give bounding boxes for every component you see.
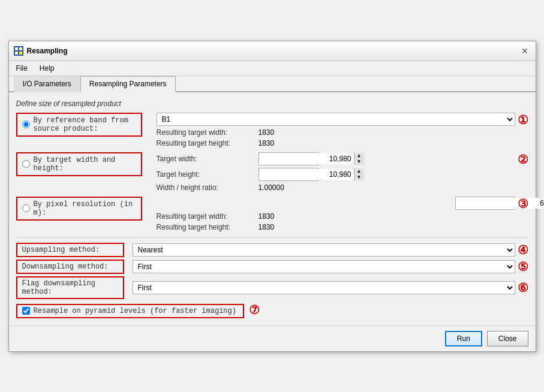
annotation-3: ③: [518, 197, 528, 211]
target-width-down[interactable]: ▼: [354, 159, 364, 165]
option3-radio-box: By pixel resolution (in m):: [16, 197, 142, 221]
opt3-result-width-value: 1830: [259, 212, 275, 221]
option3-right: ▲ ▼ Resulting target width: 1830 Resulti…: [148, 197, 515, 234]
option2-row: By target width and height: Target width…: [16, 152, 528, 194]
upsampling-select[interactable]: Nearest: [133, 243, 515, 257]
run-button[interactable]: Run: [445, 331, 482, 346]
downsampling-select-wrap: First: [124, 260, 515, 273]
menu-bar: File Help: [9, 61, 536, 76]
svg-rect-4: [19, 52, 22, 55]
opt3-result-width-label: Resulting target width:: [157, 212, 259, 221]
annotation-5: ⑤: [518, 260, 528, 274]
title-bar-left: Resampling: [14, 46, 68, 56]
target-height-spinbox-btns: ▲ ▼: [354, 168, 364, 180]
divider: [16, 237, 528, 238]
target-height-row: Target height: ▲ ▼: [157, 168, 515, 181]
section-label: Define size of resampled product: [16, 99, 528, 108]
svg-rect-3: [15, 52, 18, 55]
pyramid-checkbox[interactable]: [22, 307, 30, 315]
tab-io[interactable]: I/O Parameters: [14, 76, 80, 92]
target-height-up[interactable]: ▲: [354, 168, 364, 174]
resolution-row: ▲ ▼: [157, 197, 515, 210]
result-height-row: Resulting target height: 1830: [157, 139, 515, 147]
band-select[interactable]: B1: [157, 113, 515, 126]
target-height-spinbox: ▲ ▼: [259, 168, 318, 181]
upsampling-select-wrap: Nearest: [124, 243, 515, 257]
opt3-result-height-label: Resulting target height:: [157, 223, 259, 231]
main-window: Resampling ✕ File Help I/O Parameters Re…: [8, 41, 536, 352]
content-area: Define size of resampled product By refe…: [9, 92, 536, 325]
option2-label: By target width and height:: [34, 156, 136, 173]
file-menu[interactable]: File: [14, 63, 30, 74]
option1-row: By reference band from source product: B…: [16, 113, 528, 150]
option1-left: By reference band from source product:: [16, 113, 148, 137]
pyramid-label: Resample on pyramid levels (for faster i…: [34, 307, 236, 315]
result-height-value: 1830: [259, 139, 275, 147]
tabs-bar: I/O Parameters Resampling Parameters: [9, 76, 536, 92]
target-height-label: Target height:: [157, 170, 259, 179]
result-height-label: Resulting target height:: [157, 139, 259, 147]
window-title: Resampling: [27, 47, 68, 55]
option3-left: By pixel resolution (in m):: [16, 197, 148, 221]
option3-row: By pixel resolution (in m): ▲ ▼ Resultin…: [16, 197, 528, 234]
svg-rect-1: [15, 47, 18, 50]
downsampling-label-box: Downsampling method:: [16, 260, 124, 274]
option1-right: B1 Resulting target width: 1830 Resultin…: [148, 113, 515, 150]
methods-group: Upsampling method: Nearest ④ Downsamplin…: [16, 243, 528, 318]
target-width-row: Target width: ▲ ▼: [157, 152, 515, 165]
option2-radio[interactable]: [22, 160, 30, 168]
target-height-down[interactable]: ▼: [354, 174, 364, 180]
target-width-up[interactable]: ▲: [354, 153, 364, 159]
svg-rect-2: [19, 47, 22, 50]
pyramid-checkbox-box: Resample on pyramid levels (for faster i…: [16, 304, 244, 318]
opt3-result-width-row: Resulting target width: 1830: [157, 212, 515, 221]
option1-label: By reference band from source product:: [34, 116, 136, 133]
close-button[interactable]: Close: [487, 331, 528, 346]
upsampling-label-box: Upsampling method:: [16, 243, 124, 257]
close-window-button[interactable]: ✕: [519, 45, 531, 57]
flag-downsampling-label: Flag downsampling method:: [22, 279, 95, 296]
bottom-bar: Run Close: [9, 325, 536, 351]
result-width-label: Resulting target width:: [157, 128, 259, 137]
result-width-value: 1830: [259, 128, 275, 137]
annotation-1: ①: [518, 113, 528, 127]
app-icon: [14, 46, 23, 56]
target-width-spinbox-btns: ▲ ▼: [354, 153, 364, 165]
resolution-input[interactable]: [456, 198, 545, 209]
downsampling-row: Downsampling method: First ⑤: [16, 260, 528, 274]
resolution-spinbox: ▲ ▼: [455, 197, 515, 210]
opt3-result-height-value: 1830: [259, 223, 275, 231]
ratio-value: 1.00000: [259, 183, 284, 192]
target-width-input[interactable]: [259, 153, 354, 164]
pyramid-row: Resample on pyramid levels (for faster i…: [16, 301, 528, 318]
upsampling-row: Upsampling method: Nearest ④: [16, 243, 528, 257]
option1-radio[interactable]: [22, 120, 30, 128]
target-height-input[interactable]: [259, 169, 354, 180]
upsampling-label: Upsampling method:: [22, 246, 100, 254]
flag-downsampling-label-box: Flag downsampling method:: [16, 276, 124, 299]
target-width-spinbox: ▲ ▼: [259, 152, 318, 165]
option2-right: Target width: ▲ ▼ Target height:: [148, 152, 515, 194]
tab-resampling[interactable]: Resampling Parameters: [80, 76, 176, 92]
band-select-row: B1: [157, 113, 515, 126]
ratio-label: Width / height ratio:: [157, 183, 259, 192]
opt3-result-height-row: Resulting target height: 1830: [157, 223, 515, 231]
option2-left: By target width and height:: [16, 152, 148, 176]
annotation-7: ⑦: [249, 303, 260, 317]
title-bar: Resampling ✕: [9, 41, 536, 61]
annotation-6: ⑥: [518, 281, 528, 295]
option3-radio[interactable]: [22, 204, 30, 212]
annotation-2: ②: [518, 152, 528, 167]
downsampling-label: Downsampling method:: [22, 263, 109, 271]
flag-downsampling-select[interactable]: First: [133, 281, 515, 294]
ratio-row: Width / height ratio: 1.00000: [157, 183, 515, 192]
flag-downsampling-select-wrap: First: [124, 281, 515, 294]
option1-radio-box: By reference band from source product:: [16, 113, 142, 137]
target-width-label: Target width:: [157, 155, 259, 163]
help-menu[interactable]: Help: [37, 63, 57, 74]
downsampling-select[interactable]: First: [133, 260, 515, 273]
annotation-4: ④: [518, 243, 528, 257]
option2-radio-box: By target width and height:: [16, 152, 142, 176]
result-width-row: Resulting target width: 1830: [157, 128, 515, 137]
flag-downsampling-row: Flag downsampling method: First ⑥: [16, 276, 528, 299]
